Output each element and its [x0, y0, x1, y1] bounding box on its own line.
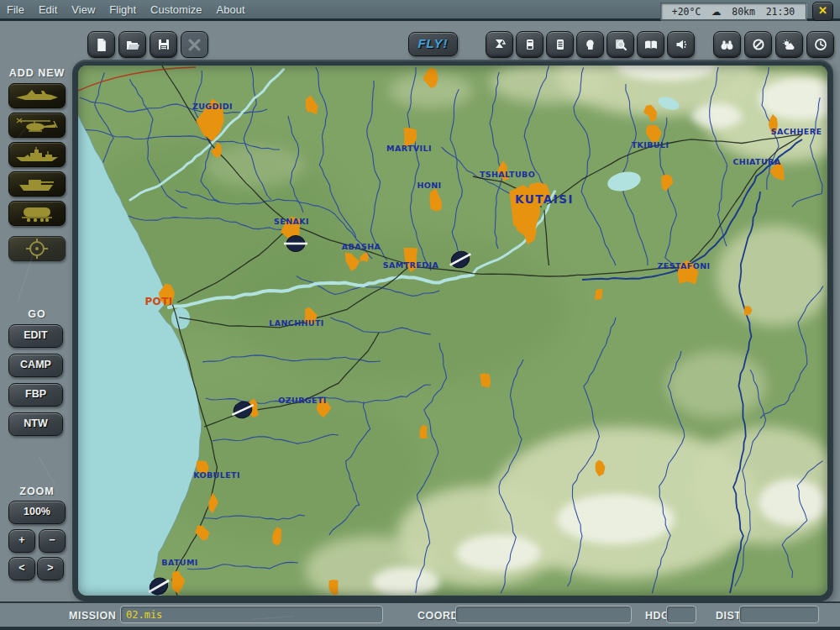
hide-objects-button[interactable]: [744, 31, 772, 58]
city-label-senaki: SENAKI: [274, 217, 309, 226]
menu-flight[interactable]: Flight: [109, 3, 136, 16]
city-label-chiatura: CHIATURA: [732, 157, 780, 166]
city-label-sachhere: SACHHERE: [771, 127, 822, 136]
zoom-label: ZOOM: [0, 486, 74, 497]
city-label-lanchhuti: LANCHHUTI: [269, 318, 324, 328]
city-label-zestafoni: ZESTAFONI: [658, 261, 711, 270]
view-objects-button[interactable]: [606, 31, 634, 58]
go-label: GO: [0, 308, 74, 320]
menu-about[interactable]: About: [217, 3, 245, 16]
add-target-button[interactable]: [8, 236, 66, 261]
time-value: 21:30: [766, 6, 795, 18]
ntw-button[interactable]: NTW: [8, 412, 63, 436]
add-vehicle-button[interactable]: [8, 171, 66, 197]
add-train-button[interactable]: [8, 201, 66, 226]
weather-icon: [782, 39, 797, 51]
pilot-settings-button[interactable]: [576, 31, 604, 58]
delete-x-icon: [188, 39, 201, 51]
save-mission-button[interactable]: [150, 31, 177, 58]
time-skip-button[interactable]: [486, 31, 513, 58]
radio-icon: [524, 38, 536, 51]
beacon-settings-button[interactable]: [546, 31, 574, 58]
delete-button: [181, 31, 208, 58]
coord-input[interactable]: [455, 606, 632, 623]
add-ship-button[interactable]: [8, 142, 66, 167]
zoom-in-button[interactable]: +: [8, 529, 35, 553]
map-canvas[interactable]: ZUGDIDIMARTVILIHONITSHALTUBOKUTAISITKIBU…: [78, 66, 827, 596]
city-label-poti: POTI: [144, 296, 172, 307]
zoom-level-button[interactable]: 100%: [8, 501, 66, 524]
add-new-label: ADD NEW: [0, 67, 74, 79]
pan-left-button[interactable]: <: [8, 557, 35, 580]
fly-button[interactable]: FLY!: [408, 32, 458, 56]
fbp-button[interactable]: FBP: [8, 383, 63, 407]
target-reticle-icon: [13, 239, 60, 259]
radio-settings-button[interactable]: [516, 31, 543, 58]
weather-settings-button[interactable]: [775, 31, 803, 58]
dist-input[interactable]: [739, 606, 819, 623]
mission-label: MISSION: [69, 610, 116, 622]
edit-button[interactable]: EDIT: [8, 324, 63, 348]
city-label-martvili: MARTVILI: [386, 144, 432, 153]
binoculars-icon: [720, 39, 734, 51]
view-mode-button[interactable]: [713, 31, 741, 58]
dist-label: DIST: [716, 610, 741, 622]
prohibit-icon: [752, 38, 765, 51]
city-label-ozurgeti: OZURGETI: [278, 396, 327, 405]
helicopter-icon: [13, 116, 60, 134]
menu-customize[interactable]: Customize: [150, 3, 202, 16]
aircraft-icon: [13, 87, 60, 105]
close-button[interactable]: ✕: [812, 2, 833, 21]
menu-file[interactable]: File: [7, 3, 24, 16]
coord-label: COORD: [417, 610, 459, 622]
zoom-out-button[interactable]: −: [39, 529, 66, 553]
beacon-icon: [554, 38, 566, 51]
clock-icon: [814, 38, 827, 51]
save-floppy-icon: [157, 38, 171, 51]
weather-time-status: +20°C ☁ 80km 21:30: [660, 3, 806, 20]
add-aircraft-button[interactable]: [8, 83, 66, 108]
pan-right-button[interactable]: >: [37, 557, 64, 580]
sound-button[interactable]: [667, 31, 695, 58]
city-label-batumi: BATUMI: [161, 558, 197, 567]
train-wagon-icon: [13, 204, 60, 223]
city-label-samtredia: SAMTREDIA: [383, 260, 439, 270]
cloud-icon: ☁: [711, 6, 722, 18]
city-label-abasha: ABASHA: [342, 242, 381, 251]
mission-input[interactable]: [120, 606, 383, 623]
time-of-day-button[interactable]: [806, 31, 834, 58]
briefing-book-icon: [643, 39, 659, 51]
camp-button[interactable]: CAMP: [8, 354, 63, 377]
open-mission-button[interactable]: [118, 31, 146, 58]
briefing-button[interactable]: [637, 31, 664, 58]
temperature-value: +20°C: [672, 6, 701, 18]
city-label-tkibuli: TKIBULI: [632, 140, 669, 150]
ship-icon: [13, 145, 60, 164]
pilot-head-icon: [584, 38, 597, 51]
speaker-icon: [675, 38, 688, 51]
city-label-honi: HONI: [417, 181, 441, 190]
new-mission-button[interactable]: [87, 31, 115, 58]
menu-view[interactable]: View: [71, 3, 95, 16]
visibility-value: 80km: [732, 6, 755, 18]
menu-edit[interactable]: Edit: [39, 3, 57, 16]
hourglass-icon: [493, 38, 507, 51]
city-label-kutaisi: KUTAISI: [515, 192, 574, 206]
city-label-tshaltubo: TSHALTUBO: [480, 170, 535, 179]
add-helicopter-button[interactable]: [8, 113, 66, 138]
search-doc-icon: [614, 38, 627, 51]
open-folder-icon: [125, 38, 140, 51]
new-file-icon: [94, 38, 108, 52]
city-label-kobuleti: KOBULETI: [193, 470, 240, 480]
hdg-input[interactable]: [666, 606, 696, 623]
tank-icon: [13, 175, 60, 193]
city-label-zugdidi: ZUGDIDI: [192, 102, 233, 111]
